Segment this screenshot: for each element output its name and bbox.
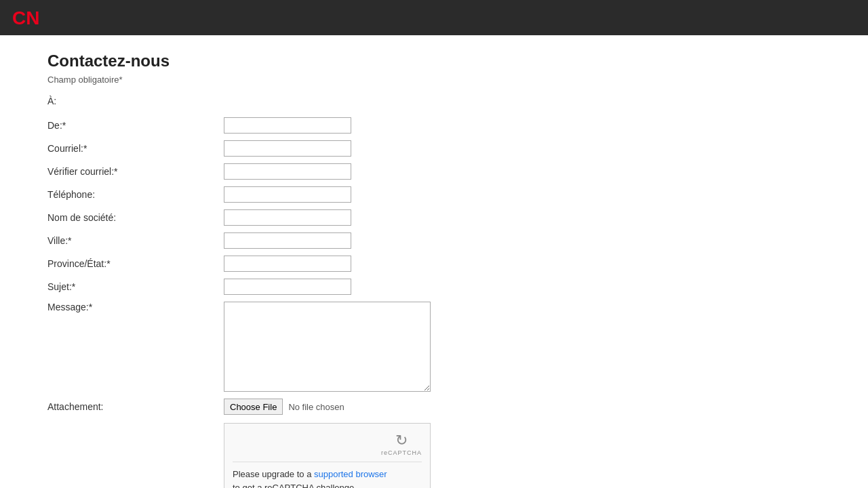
ville-row: Ville:*	[47, 232, 821, 249]
to-field-label: À:	[47, 96, 821, 106]
telephone-input[interactable]	[224, 186, 351, 203]
courriel-label: Courriel:*	[47, 143, 224, 154]
recaptcha-icon: ↻ reCAPTCHA	[381, 432, 422, 456]
supported-browser-link[interactable]: supported browser	[314, 469, 387, 479]
verifier-courriel-label: Vérifier courriel:*	[47, 166, 224, 177]
recaptcha-widget: ↻ reCAPTCHA Please upgrade to a supporte…	[224, 423, 431, 488]
header: CN	[0, 0, 868, 35]
sujet-label: Sujet:*	[47, 281, 224, 292]
recaptcha-header: ↻ reCAPTCHA	[233, 432, 422, 456]
message-label: Message:*	[47, 302, 224, 312]
main-content: Contactez-nous Champ obligatoire* À: De:…	[0, 35, 868, 488]
attachment-row: Attachement: Choose File No file chosen	[47, 399, 821, 415]
choose-file-button[interactable]: Choose File	[224, 399, 283, 415]
nom-societe-row: Nom de société:	[47, 209, 821, 226]
recaptcha-arrows-icon: ↻	[395, 432, 408, 449]
province-label: Province/État:*	[47, 258, 224, 269]
de-row: De:*	[47, 117, 821, 134]
ville-label: Ville:*	[47, 235, 224, 246]
page-title: Contactez-nous	[47, 52, 821, 70]
ville-input[interactable]	[224, 232, 351, 249]
telephone-row: Téléphone:	[47, 186, 821, 203]
verifier-courriel-input[interactable]	[224, 163, 351, 180]
required-note: Champ obligatoire*	[47, 75, 821, 85]
contact-form: De:* Courriel:* Vérifier courriel:* Télé…	[47, 117, 821, 488]
courriel-input[interactable]	[224, 140, 351, 157]
recaptcha-divider	[233, 462, 422, 462]
no-file-text: No file chosen	[288, 402, 344, 412]
nom-societe-input[interactable]	[224, 209, 351, 226]
cn-logo: CN	[11, 5, 46, 30]
verifier-courriel-row: Vérifier courriel:*	[47, 163, 821, 180]
recaptcha-label: reCAPTCHA	[381, 449, 422, 456]
svg-text:CN: CN	[12, 7, 39, 28]
nom-societe-label: Nom de société:	[47, 212, 224, 223]
recaptcha-upgrade-text: Please upgrade to a supported browser to…	[233, 468, 422, 488]
message-row: Message:*	[47, 302, 821, 392]
province-row: Province/État:*	[47, 256, 821, 272]
telephone-label: Téléphone:	[47, 189, 224, 200]
de-input[interactable]	[224, 117, 351, 134]
sujet-input[interactable]	[224, 279, 351, 295]
sujet-row: Sujet:*	[47, 279, 821, 295]
courriel-row: Courriel:*	[47, 140, 821, 157]
province-input[interactable]	[224, 256, 351, 272]
attachment-label: Attachement:	[47, 401, 224, 412]
de-label: De:*	[47, 120, 224, 131]
message-textarea[interactable]	[224, 302, 431, 392]
